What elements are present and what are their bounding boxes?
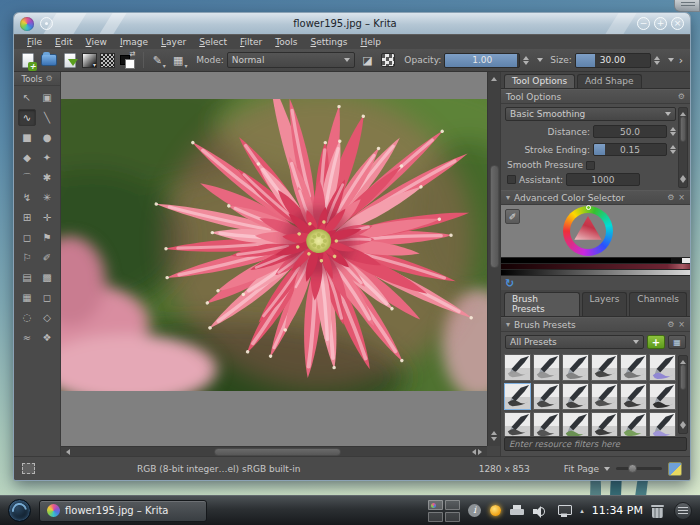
grid-tool[interactable]: ▦ xyxy=(18,289,36,306)
canvas-vertical-scrollbar[interactable] xyxy=(487,72,500,446)
titlebar[interactable]: flower195.jpg – Krita − + × xyxy=(14,13,690,34)
brush-preset-thumbnail-9[interactable] xyxy=(562,383,589,410)
gear-icon[interactable]: ⚙ xyxy=(667,320,674,329)
scroll-down-icon[interactable] xyxy=(490,436,499,445)
app-launcher-button[interactable] xyxy=(8,499,31,522)
transform-tool[interactable]: ◻ xyxy=(18,229,36,246)
opacity-spinner[interactable] xyxy=(523,53,529,68)
maximize-button[interactable]: + xyxy=(654,17,667,30)
brush-presets-header[interactable]: ▾ Brush Presets ⚙ × xyxy=(501,317,690,332)
panel-toolbox[interactable] xyxy=(674,502,692,520)
trash-icon[interactable] xyxy=(651,503,664,518)
brush-preset-thumbnail-3[interactable] xyxy=(562,354,589,381)
close-icon[interactable]: × xyxy=(678,193,685,202)
add-preset-button[interactable]: + xyxy=(647,335,665,349)
menu-edit[interactable]: Edit xyxy=(49,37,78,47)
freehand-path-tool[interactable]: ✱ xyxy=(38,169,56,186)
desktop-toolbox[interactable] xyxy=(674,0,700,12)
select-shapes-tool[interactable]: ↖ xyxy=(18,89,36,106)
refresh-icon[interactable]: ↻ xyxy=(505,277,514,290)
stroke-ending-spinner[interactable] xyxy=(670,142,676,157)
menu-image[interactable]: Image xyxy=(114,37,154,47)
preserve-alpha-button[interactable] xyxy=(379,51,397,69)
minimize-button[interactable]: − xyxy=(637,17,650,30)
resource-filter-input[interactable] xyxy=(504,437,687,451)
canvas-area[interactable] xyxy=(61,72,487,446)
gradient-tool[interactable]: ▤ xyxy=(18,269,36,286)
zoom-slider[interactable] xyxy=(616,467,662,470)
rectangle-tool[interactable]: ■ xyxy=(18,129,36,146)
close-icon[interactable]: × xyxy=(678,320,685,329)
menu-view[interactable]: View xyxy=(80,37,113,47)
gear-icon[interactable]: ⚙ xyxy=(667,193,674,202)
menu-select[interactable]: Select xyxy=(193,37,233,47)
smoothing-combo[interactable]: Basic Smoothing xyxy=(505,107,676,121)
brush-preset-thumbnail-14[interactable] xyxy=(533,412,560,436)
brush-preset-thumbnail-15[interactable] xyxy=(562,412,589,436)
brush-preset-thumbnail-13[interactable] xyxy=(504,412,531,436)
color-strip-lightness[interactable] xyxy=(501,270,690,275)
tab-tool-options[interactable]: Tool Options xyxy=(504,74,575,88)
freehand-select-tool[interactable]: ≈ xyxy=(18,329,36,346)
bezier-curve-tool[interactable]: ⌒ xyxy=(18,169,36,186)
zoom-fit-button[interactable] xyxy=(668,462,682,476)
size-spinner[interactable] xyxy=(654,53,660,68)
brush-preset-thumbnail-18[interactable] xyxy=(649,412,676,436)
workspace-chooser-button[interactable]: ▦▾ xyxy=(171,51,189,69)
menu-tools[interactable]: Tools xyxy=(269,37,303,47)
blending-mode-combo[interactable]: Normal xyxy=(227,52,356,68)
polygonal-select-tool[interactable]: ◇ xyxy=(38,309,56,326)
brush-preset-thumbnail-5[interactable] xyxy=(620,354,647,381)
zoom-slider-knob[interactable] xyxy=(628,464,637,473)
menu-help[interactable]: Help xyxy=(354,37,387,47)
tools-docker-header[interactable]: Tools ⚙ xyxy=(14,72,60,86)
vscroll-thumb[interactable] xyxy=(490,165,499,269)
preset-filter-combo[interactable]: All Presets xyxy=(505,335,644,349)
gradient-chooser-button[interactable]: ▾ xyxy=(82,53,97,68)
toolbar-overflow-button[interactable]: › xyxy=(677,54,685,67)
perspective-grid-tool[interactable]: ⚑ xyxy=(38,229,56,246)
tab-add-shape[interactable]: Add Shape xyxy=(577,74,641,88)
brush-preset-thumbnail-11[interactable] xyxy=(620,383,647,410)
multibrush-tool[interactable]: ✳ xyxy=(38,189,56,206)
canvas-horizontal-scrollbar[interactable] xyxy=(61,446,487,456)
menu-layer[interactable]: Layer xyxy=(155,37,192,47)
assistant-field[interactable]: 1000 xyxy=(566,173,640,186)
scroll-up-icon[interactable] xyxy=(490,73,499,82)
dynamic-brush-tool[interactable]: ↯ xyxy=(18,189,36,206)
brush-preset-thumbnail-4[interactable] xyxy=(591,354,618,381)
tool-options-header[interactable]: Tool Options ⚙ xyxy=(501,89,690,104)
line-tool[interactable]: ╲ xyxy=(38,109,56,126)
color-selector-body[interactable]: ✐ xyxy=(501,205,690,257)
opacity-slider[interactable]: 1.00 xyxy=(444,53,520,68)
hscroll-thumb[interactable] xyxy=(214,448,341,456)
collapse-icon[interactable]: ▾ xyxy=(506,320,510,329)
foreground-background-colors[interactable]: ⇄ xyxy=(120,52,135,69)
clock[interactable]: 11:34 PM xyxy=(592,504,643,517)
scroll-left-icon-2[interactable] xyxy=(468,447,477,456)
assistant-checkbox[interactable] xyxy=(507,175,516,184)
opacity-options-arrow[interactable] xyxy=(537,58,543,65)
tab-channels[interactable]: Channels xyxy=(629,292,687,316)
brush-preset-thumbnail-16[interactable] xyxy=(591,412,618,436)
window-menu-button[interactable] xyxy=(40,17,53,30)
tray-expand-arrow[interactable]: ▴ xyxy=(580,507,584,515)
color-triangle[interactable] xyxy=(571,214,605,248)
size-options-arrow[interactable] xyxy=(668,58,674,65)
new-document-button[interactable]: + xyxy=(19,51,37,69)
assistants-tool[interactable]: ⚐ xyxy=(18,249,36,266)
brush-preset-thumbnail-7[interactable] xyxy=(504,383,531,410)
gear-icon[interactable]: ⚙ xyxy=(678,92,685,101)
desktop-pager[interactable] xyxy=(428,500,460,522)
color-strip-saturation[interactable] xyxy=(501,264,690,269)
brush-preset-thumbnail-8[interactable] xyxy=(533,383,560,410)
color-picker-button[interactable]: ✐ xyxy=(505,209,520,224)
move-tool[interactable]: ✛ xyxy=(38,209,56,226)
stroke-ending-field[interactable]: 0.15 xyxy=(593,143,667,156)
eraser-mode-button[interactable]: ◪ xyxy=(358,51,376,69)
notifications-tray-icon[interactable]: i xyxy=(468,504,481,517)
polyline-tool[interactable]: ✦ xyxy=(38,149,56,166)
selection-status-icon[interactable] xyxy=(22,463,35,474)
tab-layers[interactable]: Layers xyxy=(582,292,628,316)
brush-preset-thumbnail-12[interactable] xyxy=(649,383,676,410)
